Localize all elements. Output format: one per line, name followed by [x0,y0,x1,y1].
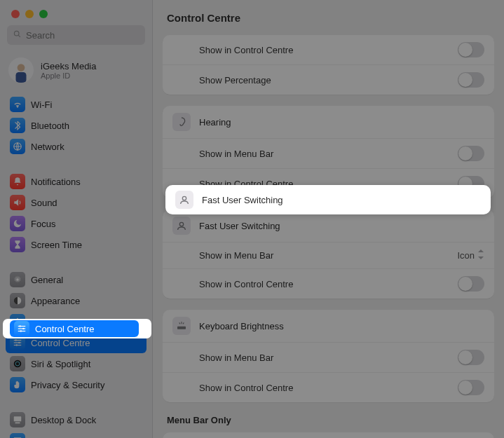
toggle[interactable] [458,176,484,191]
row-label: Show Percentage [199,75,271,85]
settings-window: iGeeks Media Apple ID Wi-FiBluetoothNetw… [0,0,504,438]
keyboard-brightness-icon [172,317,191,335]
svg-point-7 [17,318,18,320]
fus-menubar: Show in Menu Bar Icon [163,242,494,268]
sidebar-item-general[interactable]: General [6,269,147,290]
row-label: Show in Control Centre [199,383,293,393]
toggle[interactable] [458,276,484,292]
toggle[interactable] [458,350,484,365]
svg-point-2 [18,64,25,71]
sidebar-item-siri-spotlight[interactable]: Siri & Spotlight [6,353,147,374]
minimize-icon[interactable] [25,10,34,18]
search-input[interactable] [26,30,139,41]
section-title: Keyboard Brightness [199,321,284,331]
svg-point-0 [14,31,19,36]
hearing-icon [172,113,191,131]
kb-cc: Show in Control Centre [163,372,494,402]
hourglass-icon [10,237,25,252]
sidebar-item-label: Siri & Spotlight [31,359,90,369]
popup-menubar-style[interactable]: Icon [457,249,484,261]
account-sub: Apple ID [41,71,96,80]
chevron-updown-icon [477,249,484,261]
content-pane: Control Centre Show in Control Centre Sh… [153,0,504,438]
accessibility-icon [10,314,25,329]
svg-rect-17 [15,423,20,424]
sidebar-item-label: General [31,275,63,285]
sidebar-item-wi-fi[interactable]: Wi-Fi [6,94,147,115]
siri-icon [10,356,25,371]
sidebar-item-sound[interactable]: Sound [6,192,147,213]
hearing-cc: Show in Control Centre [163,168,494,198]
toggle[interactable] [458,72,484,88]
sidebar-item-label: Bluetooth [31,121,69,131]
sidebar-item-label: Control Centre [31,338,90,348]
network-icon [10,139,25,154]
sidebar-item-control-centre[interactable]: Control Centre [6,332,147,353]
sliders-icon [10,335,25,350]
section-title: Hearing [199,117,231,128]
user-switch-icon [172,217,191,235]
row-label: Show in Control Centre [199,279,293,289]
fus-cc: Show in Control Centre [163,268,494,299]
dock-icon [10,412,25,427]
sidebar-item-displays[interactable]: Displays [6,430,147,438]
hearing-section: Hearing Show in Menu Bar Show in Control… [163,106,494,198]
sidebar-item-label: Displays [31,436,65,439]
hand-icon [10,377,25,392]
battery-show-percentage: Show Percentage [163,64,494,95]
menu-bar-only-heading: Menu Bar Only [163,413,494,432]
toggle[interactable] [458,146,484,161]
avatar [8,57,34,83]
sidebar-item-privacy-security[interactable]: Privacy & Security [6,374,147,395]
svg-rect-8 [14,340,22,341]
display-icon [10,433,25,438]
sidebar-item-appearance[interactable]: Appearance [6,290,147,311]
sidebar-item-screen-time[interactable]: Screen Time [6,234,147,255]
row-label: Show in Menu Bar [199,250,273,261]
appearance-icon [10,293,25,308]
window-controls [0,0,152,25]
sidebar-item-notifications[interactable]: Notifications [6,171,147,192]
svg-point-22 [179,222,183,226]
sidebar-item-label: Focus [31,219,55,229]
hearing-menubar: Show in Menu Bar [163,138,494,168]
bell-icon [10,174,25,189]
toggle[interactable] [458,42,484,57]
section-title: Fast User Switching [199,221,280,231]
svg-line-1 [18,35,20,37]
sidebar: iGeeks Media Apple ID Wi-FiBluetoothNetw… [0,0,153,438]
content-scroll[interactable]: Show in Control Centre Show Percentage H… [153,35,504,438]
row-label: Show in Control Centre [199,45,293,55]
sidebar-item-accessibility[interactable]: Accessibility [6,311,147,332]
search-icon [13,29,22,41]
sidebar-item-label: Screen Time [31,240,82,250]
svg-rect-23 [177,327,186,329]
sidebar-item-network[interactable]: Network [6,136,147,157]
sidebar-item-label: Desktop & Dock [31,415,96,425]
row-label: Show in Menu Bar [199,149,273,159]
wifi-icon [10,97,25,112]
sidebar-item-label: Accessibility [31,317,81,327]
sidebar-item-focus[interactable]: Focus [6,213,147,234]
svg-rect-3 [16,72,27,83]
svg-point-13 [16,344,18,345]
close-icon[interactable] [11,10,20,18]
battery-show-cc: Show in Control Centre [163,35,494,64]
row-label: Show in Control Centre [199,179,293,189]
search-field[interactable] [7,25,145,45]
sidebar-item-desktop-dock[interactable]: Desktop & Dock [6,409,147,430]
sidebar-item-label: Network [31,142,64,152]
moon-icon [10,216,25,231]
toggle[interactable] [458,380,484,395]
battery-section: Show in Control Centre Show Percentage [163,35,494,95]
maximize-icon[interactable] [39,10,48,18]
fast-user-switching-section: Fast User Switching Show in Menu Bar Ico… [163,210,494,299]
bluetooth-icon [10,118,25,133]
row-label: Show in Menu Bar [199,353,273,363]
sidebar-item-label: Sound [31,198,57,208]
svg-rect-16 [14,416,22,421]
sidebar-item-bluetooth[interactable]: Bluetooth [6,115,147,136]
sidebar-scroll[interactable]: iGeeks Media Apple ID Wi-FiBluetoothNetw… [0,49,152,438]
apple-id-account[interactable]: iGeeks Media Apple ID [0,53,152,91]
sidebar-item-label: Appearance [31,296,80,306]
